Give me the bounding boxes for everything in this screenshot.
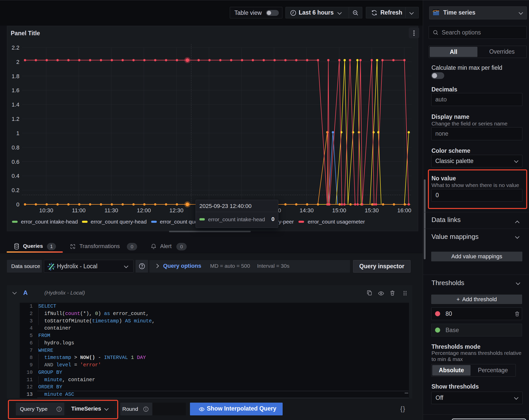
svg-text:11:00: 11:00 xyxy=(72,207,86,214)
svg-text:10:30: 10:30 xyxy=(39,207,53,214)
svg-text:0.8: 0.8 xyxy=(11,144,19,151)
svg-text:0: 0 xyxy=(16,201,19,208)
svg-text:15:30: 15:30 xyxy=(365,207,379,214)
svg-text:2.2: 2.2 xyxy=(11,44,19,51)
svg-text:12:30: 12:30 xyxy=(169,207,183,214)
svg-text:1: 1 xyxy=(16,130,19,136)
svg-text:12:00: 12:00 xyxy=(137,207,151,214)
svg-text:1.4: 1.4 xyxy=(11,101,19,108)
svg-text:1.2: 1.2 xyxy=(11,116,19,122)
svg-text:0.6: 0.6 xyxy=(11,159,19,165)
svg-text:0.4: 0.4 xyxy=(11,173,19,179)
svg-text:1.6: 1.6 xyxy=(11,87,19,94)
svg-text:2: 2 xyxy=(16,59,19,65)
svg-text:14:30: 14:30 xyxy=(299,207,314,214)
svg-text:11:30: 11:30 xyxy=(104,207,118,214)
svg-text:15:00: 15:00 xyxy=(332,207,346,214)
svg-text:16:00: 16:00 xyxy=(397,207,411,214)
svg-text:0.2: 0.2 xyxy=(11,187,19,193)
svg-text:1.8: 1.8 xyxy=(11,73,19,79)
